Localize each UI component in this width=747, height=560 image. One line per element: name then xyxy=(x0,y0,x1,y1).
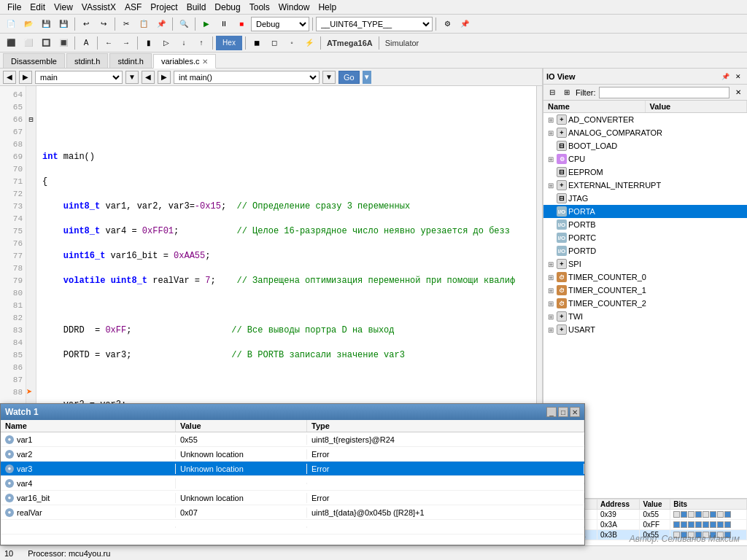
watch-row-var3[interactable]: ● var3 Unknown location Error xyxy=(1,462,584,476)
menu-help[interactable]: Help xyxy=(314,1,341,14)
io-item-portb[interactable]: I/O PORTB xyxy=(543,218,747,231)
io-item-timer2[interactable]: ⊞ ⏱ TIMER_COUNTER_2 xyxy=(543,297,747,310)
copy-btn[interactable]: 📋 xyxy=(136,17,152,31)
watch-row-var1[interactable]: ● var1 0x55 uint8_t{registers}@R24 xyxy=(1,432,584,447)
io-pin-btn[interactable]: 📌 xyxy=(719,71,731,82)
watch-restore-btn[interactable]: □ xyxy=(558,407,568,417)
boot-label: BOOT_LOAD xyxy=(568,141,617,150)
watch-close-btn[interactable]: ✕ xyxy=(570,407,580,417)
io-item-analog[interactable]: ⊞ + ANALOG_COMPARATOR xyxy=(543,126,747,139)
tb2-btn4[interactable]: 🔳 xyxy=(55,36,71,50)
watch-rows: ● var1 0x55 uint8_t{registers}@R24 ● var… xyxy=(1,432,584,545)
tb2-btn14[interactable]: ◦ xyxy=(284,36,300,50)
io-collapse-btn[interactable]: ⊟ xyxy=(546,87,558,98)
io-item-spi[interactable]: ⊞ + SPI xyxy=(543,257,747,271)
bit-1 xyxy=(717,511,724,518)
run-btn[interactable]: ▶ xyxy=(198,17,214,31)
pin-btn[interactable]: 📌 xyxy=(457,17,473,31)
stop-btn[interactable]: ■ xyxy=(233,17,249,31)
nav-back-btn[interactable]: ◀ xyxy=(3,71,16,84)
scope-dropdown[interactable]: main xyxy=(35,71,123,84)
tab-close-icon[interactable]: ✕ xyxy=(202,58,208,66)
watch-var-icon: ● xyxy=(5,435,14,444)
save-btn[interactable]: 💾 xyxy=(38,17,54,31)
func-dropdown[interactable]: int main() xyxy=(174,71,320,84)
io-item-ext[interactable]: ⊞ + EXTERNAL_INTERRUPT xyxy=(543,179,747,192)
watch-row-var2[interactable]: ● var2 Unknown location Error xyxy=(1,447,584,462)
watch-var-name: var3 xyxy=(17,464,32,473)
func-forward-btn[interactable]: ▶ xyxy=(158,71,171,84)
io-item-timer1[interactable]: ⊞ ⏱ TIMER_COUNTER_1 xyxy=(543,284,747,297)
config-dropdown[interactable]: Debug xyxy=(251,17,309,31)
tb2-btn2[interactable]: ⬜ xyxy=(20,36,36,50)
menu-asf[interactable]: ASF xyxy=(120,1,146,14)
tab-stdint1[interactable]: stdint.h xyxy=(66,53,108,68)
tb2-btn11[interactable]: ↑ xyxy=(193,36,209,50)
tb2-btn8[interactable]: ▮ xyxy=(141,36,157,50)
io-item-ad[interactable]: ⊞ + AD_CONVERTER xyxy=(543,113,747,126)
menu-view[interactable]: View xyxy=(50,1,77,14)
func-back-btn[interactable]: ◀ xyxy=(142,71,155,84)
tb2-btn10[interactable]: ↓ xyxy=(176,36,192,50)
filter-input[interactable] xyxy=(599,87,730,98)
tb2-btn9[interactable]: ▷ xyxy=(158,36,174,50)
redo-btn[interactable]: ↪ xyxy=(96,17,112,31)
tab-variables[interactable]: variables.c ✕ xyxy=(153,54,217,69)
settings-btn[interactable]: ⚙ xyxy=(439,17,455,31)
io-item-portd[interactable]: I/O PORTD xyxy=(543,244,747,257)
io-close-btn[interactable]: ✕ xyxy=(732,71,744,82)
io-item-cpu[interactable]: ⊞ ⚙ CPU xyxy=(543,152,747,166)
io-item-jtag[interactable]: ⊟ JTAG xyxy=(543,192,747,205)
menu-file[interactable]: File xyxy=(3,1,26,14)
tab-disassemble[interactable]: Disassemble xyxy=(3,53,65,68)
menu-tools[interactable]: Tools xyxy=(245,1,274,14)
tb2-btn6[interactable]: ← xyxy=(101,36,117,50)
scope-expand-btn[interactable]: ▼ xyxy=(125,71,139,84)
tab-stdint2[interactable]: stdint.h xyxy=(109,53,151,68)
io-item-twi[interactable]: ⊞ + TWI xyxy=(543,310,747,323)
cut-btn[interactable]: ✂ xyxy=(118,17,134,31)
watch-empty-row[interactable] xyxy=(1,520,584,534)
menu-edit[interactable]: Edit xyxy=(26,1,50,14)
timer2-label: TIMER_COUNTER_2 xyxy=(568,299,646,308)
watch-row-realvar[interactable]: ● realVar 0x07 uint8_t{data}@0x045b ([R2… xyxy=(1,505,584,520)
bit-5 xyxy=(688,511,694,518)
io-item-usart[interactable]: ⊞ + USART xyxy=(543,323,747,336)
tb2-btn7[interactable]: → xyxy=(118,36,134,50)
tb2-btn13[interactable]: ◻ xyxy=(266,36,282,50)
menu-project[interactable]: Project xyxy=(146,1,182,14)
filter-clear-btn[interactable]: ✕ xyxy=(732,87,744,98)
nav-forward-btn[interactable]: ▶ xyxy=(19,71,32,84)
hex-btn[interactable]: Hex xyxy=(216,36,242,50)
type-dropdown[interactable]: __UINT64_TYPE__ xyxy=(316,17,433,31)
io-item-timer0[interactable]: ⊞ ⏱ TIMER_COUNTER_0 xyxy=(543,271,747,284)
search-btn[interactable]: 🔍 xyxy=(176,17,192,31)
func-expand-btn[interactable]: ▼ xyxy=(322,71,336,84)
undo-btn[interactable]: ↩ xyxy=(78,17,94,31)
save-all-btn[interactable]: 💾 xyxy=(55,17,71,31)
menu-build[interactable]: Build xyxy=(182,1,211,14)
io-header: IO View 📌 ✕ xyxy=(543,69,747,85)
io-item-portc[interactable]: I/O PORTC xyxy=(543,231,747,244)
tb2-btn3[interactable]: 🔲 xyxy=(38,36,54,50)
tb2-btn5[interactable]: A xyxy=(78,36,94,50)
tb2-btn15[interactable]: ⚡ xyxy=(301,36,317,50)
menu-window[interactable]: Window xyxy=(274,1,314,14)
paste-btn[interactable]: 📌 xyxy=(153,17,169,31)
io-item-porta[interactable]: I/O PORTA xyxy=(543,205,747,218)
tb2-btn12[interactable]: ◼ xyxy=(249,36,265,50)
io-item-boot[interactable]: ⊟ BOOT_LOAD xyxy=(543,139,747,152)
menu-vassistx[interactable]: VAssistX xyxy=(77,1,120,14)
io-item-eeprom[interactable]: ⊟ EEPROM xyxy=(543,166,747,179)
tb2-btn1[interactable]: ⬛ xyxy=(3,36,19,50)
go-button[interactable]: Go xyxy=(338,71,360,84)
pause-btn[interactable]: ⏸ xyxy=(216,17,232,31)
io-expand-btn[interactable]: ⊞ xyxy=(561,87,573,98)
watch-minimize-btn[interactable]: _ xyxy=(546,407,557,417)
menu-debug[interactable]: Debug xyxy=(210,1,244,14)
watch-row-var4[interactable]: ● var4 xyxy=(1,476,584,491)
watch-row-var16[interactable]: ● var16_bit Unknown location Error xyxy=(1,491,584,505)
new-file-btn[interactable]: 📄 xyxy=(3,17,19,31)
collapse-btn[interactable]: ▼ xyxy=(363,71,371,84)
open-btn[interactable]: 📂 xyxy=(20,17,36,31)
